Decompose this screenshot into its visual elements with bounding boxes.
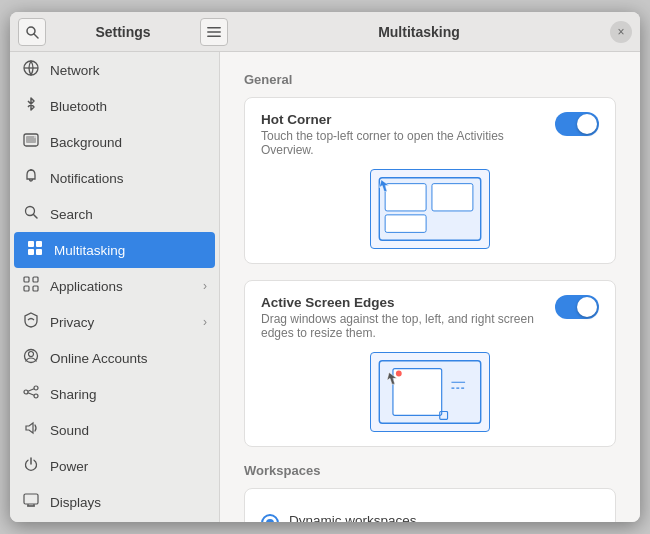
hot-corner-card: Hot Corner Touch the top-left corner to …: [244, 97, 616, 264]
general-section-title: General: [244, 72, 616, 87]
sidebar-item-label: Applications: [50, 279, 193, 294]
sidebar-item-power[interactable]: Power: [10, 448, 219, 484]
sidebar-item-online-accounts[interactable]: Online Accounts: [10, 340, 219, 376]
notifications-icon: [22, 168, 40, 188]
hot-corner-preview: [370, 169, 490, 249]
active-screen-edges-card: Active Screen Edges Drag windows against…: [244, 280, 616, 447]
sidebar-item-label: Multitasking: [54, 243, 203, 258]
active-screen-edges-toggle[interactable]: [555, 295, 599, 319]
main-content: General Hot Corner Touch the top-left co…: [220, 52, 640, 522]
dynamic-workspaces-option[interactable]: Dynamic workspaces Automatically removes…: [261, 503, 599, 522]
hot-corner-text: Hot Corner Touch the top-left corner to …: [261, 112, 543, 157]
online-accounts-icon: [22, 348, 40, 368]
svg-point-24: [34, 386, 38, 390]
hot-corner-toggle[interactable]: [555, 112, 599, 136]
sidebar-item-background[interactable]: Background: [10, 124, 219, 160]
svg-line-1: [34, 34, 38, 38]
sidebar-item-label: Search: [50, 207, 207, 222]
svg-point-10: [30, 169, 32, 171]
sidebar: Network Bluetooth Back: [10, 52, 220, 522]
active-screen-edges-text: Active Screen Edges Drag windows against…: [261, 295, 543, 340]
svg-rect-28: [24, 494, 38, 504]
svg-rect-2: [207, 27, 221, 29]
sidebar-item-label: Background: [50, 135, 207, 150]
svg-rect-34: [385, 184, 426, 211]
network-icon: [22, 60, 40, 80]
sidebar-item-sound[interactable]: Sound: [10, 412, 219, 448]
sidebar-item-network[interactable]: Network: [10, 52, 219, 88]
workspaces-section-title: Workspaces: [244, 463, 616, 478]
svg-point-22: [29, 352, 34, 357]
sidebar-item-search[interactable]: Search: [10, 196, 219, 232]
bluetooth-icon: [22, 96, 40, 116]
sidebar-item-privacy[interactable]: Privacy ›: [10, 304, 219, 340]
settings-window: Settings Multitasking ×: [10, 12, 640, 522]
search-icon: [22, 204, 40, 224]
search-button[interactable]: [18, 18, 46, 46]
sidebar-item-bluetooth[interactable]: Bluetooth: [10, 88, 219, 124]
sidebar-item-label: Notifications: [50, 171, 207, 186]
svg-rect-16: [36, 249, 42, 255]
sidebar-item-sharing[interactable]: Sharing: [10, 376, 219, 412]
svg-rect-15: [28, 249, 34, 255]
menu-button[interactable]: [200, 18, 228, 46]
close-button[interactable]: ×: [610, 21, 632, 43]
arrow-icon: ›: [203, 315, 207, 329]
arrow-icon: ›: [203, 279, 207, 293]
svg-rect-17: [24, 277, 29, 282]
dynamic-workspaces-text: Dynamic workspaces Automatically removes…: [289, 513, 516, 522]
svg-point-23: [24, 390, 28, 394]
sidebar-item-label: Network: [50, 63, 207, 78]
sidebar-item-mouse-touchpad[interactable]: Mouse & Touchpad: [10, 520, 219, 522]
svg-point-40: [396, 371, 402, 377]
workspaces-card: Dynamic workspaces Automatically removes…: [244, 488, 616, 522]
hot-corner-title: Hot Corner: [261, 112, 543, 127]
sidebar-item-label: Sharing: [50, 387, 207, 402]
applications-icon: [22, 276, 40, 296]
svg-rect-19: [24, 286, 29, 291]
titlebar-left: Settings: [18, 18, 228, 46]
sidebar-item-applications[interactable]: Applications ›: [10, 268, 219, 304]
svg-rect-14: [36, 241, 42, 247]
sound-icon: [22, 420, 40, 440]
svg-rect-3: [207, 31, 221, 33]
svg-rect-18: [33, 277, 38, 282]
active-screen-edges-desc: Drag windows against the top, left, and …: [261, 312, 543, 340]
sidebar-item-displays[interactable]: Displays: [10, 484, 219, 520]
svg-line-27: [28, 393, 34, 395]
svg-point-25: [34, 394, 38, 398]
sidebar-item-notifications[interactable]: Notifications: [10, 160, 219, 196]
hot-corner-header: Hot Corner Touch the top-left corner to …: [261, 112, 599, 157]
dynamic-workspaces-title: Dynamic workspaces: [289, 513, 516, 522]
displays-icon: [22, 492, 40, 512]
svg-rect-20: [33, 286, 38, 291]
titlebar: Settings Multitasking ×: [10, 12, 640, 52]
content-area: Network Bluetooth Back: [10, 52, 640, 522]
page-title: Multitasking: [228, 24, 610, 40]
dynamic-workspaces-radio[interactable]: [261, 514, 279, 522]
svg-line-26: [28, 389, 34, 391]
sidebar-item-label: Displays: [50, 495, 207, 510]
power-icon: [22, 456, 40, 476]
sidebar-item-label: Sound: [50, 423, 207, 438]
svg-rect-13: [28, 241, 34, 247]
svg-rect-36: [385, 215, 426, 233]
sidebar-item-label: Bluetooth: [50, 99, 207, 114]
active-screen-edges-header: Active Screen Edges Drag windows against…: [261, 295, 599, 340]
app-title: Settings: [50, 24, 196, 40]
background-icon: [22, 132, 40, 152]
privacy-icon: [22, 312, 40, 332]
svg-line-12: [34, 215, 38, 219]
sharing-icon: [22, 384, 40, 404]
sidebar-item-label: Power: [50, 459, 207, 474]
active-screen-edges-preview: [370, 352, 490, 432]
hot-corner-desc: Touch the top-left corner to open the Ac…: [261, 129, 543, 157]
svg-rect-35: [432, 184, 473, 211]
svg-rect-4: [207, 35, 221, 37]
multitasking-icon: [26, 240, 44, 260]
sidebar-item-multitasking[interactable]: Multitasking: [14, 232, 215, 268]
sidebar-item-label: Privacy: [50, 315, 193, 330]
sidebar-item-label: Online Accounts: [50, 351, 207, 366]
svg-point-9: [34, 136, 36, 138]
active-screen-edges-title: Active Screen Edges: [261, 295, 543, 310]
